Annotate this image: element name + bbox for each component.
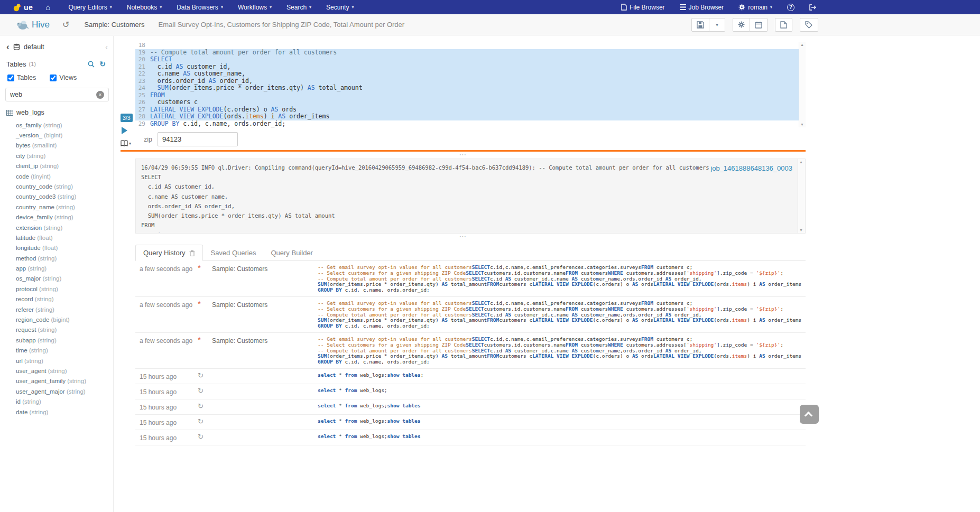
- home-button[interactable]: ⌂: [38, 0, 58, 14]
- scroll-down-icon[interactable]: ▼: [800, 123, 804, 126]
- schedule-button[interactable]: [750, 18, 768, 32]
- help-button[interactable]: ?: [780, 0, 802, 14]
- back-icon[interactable]: ‹: [6, 43, 10, 51]
- new-query-button[interactable]: [775, 18, 792, 32]
- editor-line[interactable]: 27LATERAL VIEW EXPLODE(c.orders) o AS or…: [135, 106, 806, 114]
- history-row[interactable]: a few seconds ago*Sample: Customers-- Ge…: [135, 297, 806, 333]
- tables-checkbox[interactable]: [7, 75, 14, 81]
- menu-data-browsers[interactable]: Data Browsers▾: [169, 0, 230, 14]
- editor-line[interactable]: 25FROM: [135, 92, 806, 99]
- column-item[interactable]: user_agent (string): [0, 366, 113, 376]
- editor-line[interactable]: 23 ords.order_id AS order_id,: [135, 78, 806, 85]
- history-row[interactable]: 15 hours ago↻select * from web_logs;show…: [135, 399, 806, 415]
- log-scrollbar[interactable]: ▲ ▼: [798, 159, 805, 233]
- logout-button[interactable]: [802, 0, 824, 14]
- column-item[interactable]: longitude (float): [0, 243, 113, 253]
- file-browser-link[interactable]: File Browser: [614, 0, 672, 14]
- menu-security[interactable]: Security▾: [319, 0, 361, 14]
- job-link[interactable]: job_1461888648136_0003: [710, 164, 792, 172]
- column-item[interactable]: method (string): [0, 253, 113, 263]
- column-item[interactable]: client_ip (string): [0, 161, 113, 171]
- column-item[interactable]: user_agent_family (string): [0, 376, 113, 386]
- column-item[interactable]: os_major (string): [0, 274, 113, 284]
- column-item[interactable]: region_code (bigint): [0, 314, 113, 324]
- views-filter[interactable]: Views: [50, 74, 77, 81]
- column-item[interactable]: user_agent_major (string): [0, 386, 113, 396]
- snippet-type-menu[interactable]: ▾: [121, 140, 131, 146]
- table-item-web-logs[interactable]: web_logs: [0, 103, 113, 118]
- history-row[interactable]: 15 hours ago↻select * from web_logs;show…: [135, 415, 806, 430]
- column-item[interactable]: bytes (smallint): [0, 141, 113, 151]
- collapse-assist-icon[interactable]: ‹: [105, 42, 108, 51]
- scroll-top-button[interactable]: [800, 405, 819, 424]
- save-button[interactable]: [691, 18, 709, 32]
- history-row[interactable]: 15 hours ago↻select * from web_logs;show…: [135, 369, 806, 384]
- editor-line[interactable]: 21 c.id AS customer_id,: [135, 63, 806, 71]
- editor-line[interactable]: 19-- Compute total amount per order for …: [135, 49, 806, 57]
- hue-logo[interactable]: ue: [7, 3, 38, 12]
- scroll-up-icon[interactable]: ▲: [800, 43, 804, 46]
- column-item[interactable]: request (string): [0, 325, 113, 335]
- tags-button[interactable]: [800, 18, 818, 32]
- history-row[interactable]: 15 hours ago↻select * from web_logs;show…: [135, 430, 806, 445]
- tab-saved-queries[interactable]: Saved Queries: [203, 245, 263, 260]
- database-name[interactable]: default: [24, 43, 44, 51]
- search-icon[interactable]: [88, 61, 95, 68]
- execute-button[interactable]: [122, 127, 127, 134]
- column-item[interactable]: extension (string): [0, 222, 113, 232]
- clear-search-icon[interactable]: ×: [96, 91, 104, 99]
- tab-query-history[interactable]: Query History: [135, 245, 203, 261]
- history-row[interactable]: 15 hours ago↻select * from web_logs;: [135, 384, 806, 399]
- editor-line[interactable]: 29GROUP BY c.id, c.name, ords.order_id;: [135, 120, 806, 128]
- recent-queries-icon[interactable]: ↺: [62, 20, 69, 30]
- column-item[interactable]: record (string): [0, 294, 113, 304]
- resize-handle-bottom[interactable]: ⋯: [121, 234, 806, 240]
- column-item[interactable]: code (tinyint): [0, 171, 113, 181]
- column-item[interactable]: os_family (string): [0, 120, 113, 130]
- save-options-button[interactable]: ▾: [709, 18, 725, 32]
- scroll-up-icon[interactable]: ▲: [799, 160, 803, 164]
- clear-history-icon[interactable]: [189, 250, 195, 256]
- history-row[interactable]: a few seconds ago*Sample: Customers-- Ge…: [135, 261, 806, 297]
- column-item[interactable]: country_code3 (string): [0, 192, 113, 202]
- menu-notebooks[interactable]: Notebooks▾: [119, 0, 169, 14]
- column-item[interactable]: country_code (string): [0, 181, 113, 191]
- editor-line[interactable]: 22 c.name AS customer_name,: [135, 70, 806, 78]
- tab-query-builder[interactable]: Query Builder: [263, 245, 320, 260]
- variable-input[interactable]: [158, 132, 238, 146]
- table-filter-input[interactable]: [5, 88, 109, 101]
- column-item[interactable]: protocol (string): [0, 284, 113, 294]
- column-item[interactable]: subapp (string): [0, 335, 113, 345]
- editor-line[interactable]: 18: [135, 42, 806, 49]
- column-item[interactable]: _version_ (bigint): [0, 130, 113, 140]
- column-item[interactable]: city (string): [0, 151, 113, 161]
- column-item[interactable]: device_family (string): [0, 212, 113, 222]
- menu-query-editors[interactable]: Query Editors▾: [61, 0, 119, 14]
- column-item[interactable]: app (string): [0, 263, 113, 273]
- user-menu[interactable]: romain ▾: [731, 0, 780, 14]
- settings-button[interactable]: [733, 18, 750, 32]
- views-checkbox[interactable]: [50, 75, 57, 81]
- history-row[interactable]: a few seconds ago*Sample: Customers-- Ge…: [135, 333, 806, 369]
- job-browser-link[interactable]: Job Browser: [672, 0, 732, 14]
- scroll-down-icon[interactable]: ▼: [799, 228, 803, 232]
- column-item[interactable]: time (string): [0, 346, 113, 356]
- editor-line[interactable]: 26 customers c: [135, 99, 806, 106]
- app-name[interactable]: Hive: [32, 20, 50, 30]
- resize-handle-top[interactable]: ⋯: [121, 152, 806, 159]
- menu-search[interactable]: Search▾: [279, 0, 319, 14]
- sql-editor[interactable]: 1819-- Compute total amount per order fo…: [135, 42, 806, 127]
- editor-scrollbar[interactable]: ▲ ▼: [799, 42, 806, 127]
- column-item[interactable]: country_name (string): [0, 202, 113, 212]
- column-item[interactable]: date (string): [0, 407, 113, 417]
- column-item[interactable]: referer (string): [0, 304, 113, 314]
- column-item[interactable]: url (string): [0, 356, 113, 366]
- column-item[interactable]: latitude (float): [0, 232, 113, 243]
- editor-line[interactable]: 20SELECT: [135, 56, 806, 63]
- editor-line[interactable]: 28LATERAL VIEW EXPLODE(ords.items) i AS …: [135, 113, 806, 120]
- refresh-icon[interactable]: ↻: [99, 60, 106, 68]
- menu-workflows[interactable]: Workflows▾: [230, 0, 279, 14]
- tables-filter[interactable]: Tables: [7, 74, 36, 81]
- editor-line[interactable]: 24 SUM(order_items.price * order_items.q…: [135, 85, 806, 92]
- column-item[interactable]: id (string): [0, 397, 113, 407]
